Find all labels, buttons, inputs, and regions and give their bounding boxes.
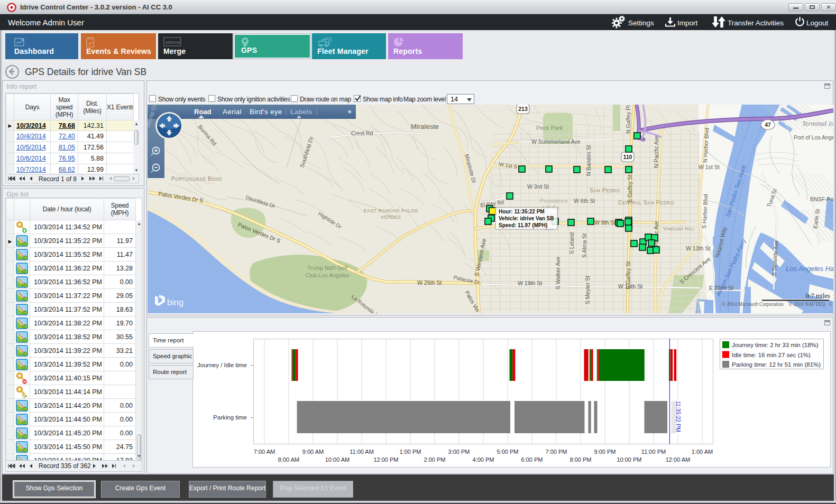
svg-text:S Walker Ave: S Walker Ave (555, 256, 561, 290)
svg-text:S Alma St: S Alma St (581, 234, 587, 258)
svg-text:N Bandini St: N Bandini St (585, 145, 592, 176)
svg-text:Hour: 11:35:22 PM: Hour: 11:35:22 PM (499, 209, 545, 214)
svg-text:Idle time: 16 min 27 sec (1%): Idle time: 16 min 27 sec (1%) (732, 352, 811, 358)
svg-text:12:00 AM: 12:00 AM (666, 456, 690, 463)
svg-text:Bird's eye: Bird's eye (250, 108, 282, 116)
svg-text:2:00 PM: 2:00 PM (424, 456, 446, 463)
svg-text:W 13th St: W 13th St (686, 245, 710, 251)
svg-text:La Rotonda Dr: La Rotonda Dr (351, 294, 382, 313)
svg-text:Providence: Providence (540, 198, 568, 204)
svg-text:Vehicle: idrive Van SB: Vehicle: idrive Van SB (499, 216, 554, 221)
svg-text:Port of Los Angel: Port of Los Angel (794, 134, 833, 141)
svg-text:Trump Nat'l Golf: Trump Nat'l Golf (307, 265, 347, 271)
svg-text:Terminal Is: Terminal Is (802, 119, 833, 127)
svg-text:7:00 PM: 7:00 PM (546, 449, 567, 455)
svg-text:3:00 PM: 3:00 PM (448, 449, 470, 455)
svg-text:EAST RANCHO PALOS: EAST RANCHO PALOS (363, 208, 418, 213)
svg-text:110: 110 (623, 154, 632, 160)
svg-text:1:00 PM: 1:00 PM (400, 449, 421, 455)
svg-text:S Meyler St: S Meyler St (584, 276, 591, 304)
svg-text:6:00 PM: 6:00 PM (521, 456, 543, 463)
svg-text:8:00 AM: 8:00 AM (278, 456, 299, 463)
svg-text:W 3rd St: W 3rd St (527, 183, 549, 190)
svg-text:S Gaffey St: S Gaffey St (625, 261, 631, 290)
svg-text:W 9th St: W 9th St (594, 219, 615, 226)
svg-text:Road: Road (194, 108, 212, 116)
svg-text:8:00 PM: 8:00 PM (570, 456, 592, 463)
svg-text:4:00 PM: 4:00 PM (473, 456, 494, 463)
svg-text:Palos Verdes Dr S: Palos Verdes Dr S (158, 190, 204, 203)
svg-text:W 19th St: W 19th St (518, 280, 542, 286)
svg-text:1:00 AM: 1:00 AM (692, 449, 713, 455)
svg-text:W 25th St: W 25th St (417, 279, 442, 286)
svg-text:5:00 PM: 5:00 PM (497, 449, 519, 455)
svg-text:0.7 miles: 0.7 miles (806, 292, 830, 300)
svg-text:PORTUGUESE BEND: PORTUGUESE BEND (171, 175, 222, 182)
svg-text:Parking time: Parking time (213, 414, 247, 421)
svg-text:Aerial: Aerial (223, 108, 242, 116)
svg-text:Burma Rd: Burma Rd (197, 124, 218, 147)
svg-text:213: 213 (518, 106, 528, 112)
svg-text:Speed graphic: Speed graphic (153, 353, 192, 359)
svg-text:«: « (348, 108, 352, 115)
svg-text:10:00 AM: 10:00 AM (325, 456, 350, 463)
svg-text:Dauntless Dr: Dauntless Dr (245, 194, 276, 209)
svg-text:47: 47 (765, 122, 771, 128)
svg-text:SAN PEDRO: SAN PEDRO (590, 187, 620, 193)
svg-text:Time report: Time report (153, 337, 184, 343)
svg-text:11:00 AM: 11:00 AM (350, 449, 374, 455)
svg-text:MERGE: MERGE (166, 40, 181, 45)
svg-text:Peck Park: Peck Park (536, 125, 563, 131)
svg-text:© 2014 Microsoft Corporation: © 2014 Microsoft Corporation © 2010 NAVT… (722, 302, 833, 307)
svg-text:9:00 AM: 9:00 AM (302, 449, 324, 455)
svg-text:Route report: Route report (153, 369, 187, 375)
svg-text:S Gaffey St: S Gaffey St (627, 174, 633, 203)
svg-text:Journey / Idle time: Journey / Idle time (197, 362, 247, 368)
svg-text:7:00 AM: 7:00 AM (254, 449, 275, 455)
svg-text:W 1st St: W 1st St (699, 164, 720, 170)
svg-text:12:00 PM: 12:00 PM (373, 456, 398, 463)
svg-text:Parking time: 12 hr 51 min (81: Parking time: 12 hr 51 min (81%) (732, 361, 821, 368)
svg-text:S Leland: S Leland (568, 232, 575, 254)
svg-text:9:00 PM: 9:00 PM (594, 449, 616, 455)
svg-text:W 6th St: W 6th St (574, 198, 595, 204)
svg-text:Speed: 11.97 (MPH): Speed: 11.97 (MPH) (499, 222, 547, 228)
svg-text:W Summerland Ave: W Summerland Ave (531, 138, 581, 145)
svg-text:Journey time: 2 hr 33 min (18%: Journey time: 2 hr 33 min (18%) (732, 342, 819, 348)
svg-text:Miraleste: Miraleste (411, 123, 439, 130)
svg-text:bing: bing (167, 297, 183, 307)
svg-text:10:00 PM: 10:00 PM (617, 456, 641, 463)
svg-text:Club-Los Angelas: Club-Los Angelas (306, 272, 349, 278)
svg-text:Hightide Dr: Hightide Dr (317, 210, 343, 230)
svg-text:Labels: Labels (290, 108, 312, 116)
svg-text:Crest Rd: Crest Rd (351, 130, 373, 136)
svg-text:VERDES: VERDES (381, 214, 401, 220)
svg-text:11:35:22 PM: 11:35:22 PM (675, 401, 682, 432)
svg-text:N Gaffey Pl: N Gaffey Pl (625, 106, 631, 134)
svg-text:11:00 PM: 11:00 PM (641, 449, 666, 455)
svg-text:N Pacific Ave: N Pacific Ave (653, 135, 659, 168)
svg-text:BNSF-Port: BNSF-Port (810, 196, 833, 202)
svg-text:Los Angeles Harb: Los Angeles Harb (786, 265, 833, 273)
svg-text:VINEGAR HILL: VINEGAR HILL (663, 226, 695, 231)
